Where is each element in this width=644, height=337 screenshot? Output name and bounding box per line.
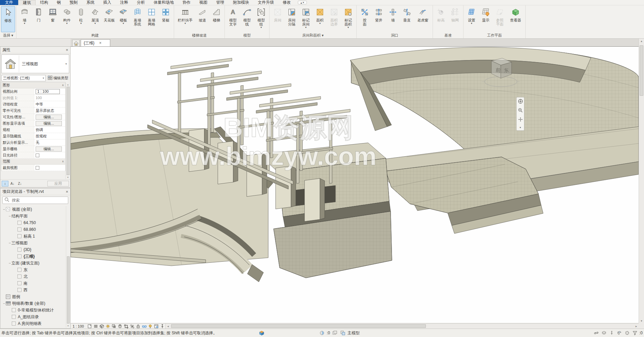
menu-tab-15[interactable]: 文件升级 <box>253 0 278 5</box>
ribbon-group-label[interactable]: 工作平面 <box>465 33 524 38</box>
steering-wheel-icon[interactable] <box>518 99 523 105</box>
area-button[interactable]: 面积▾ <box>313 6 327 32</box>
scroll-down-icon[interactable]: ▾ <box>68 324 69 328</box>
scrollbar-track[interactable] <box>170 324 634 329</box>
scroll-down-icon[interactable]: ▾ <box>67 175 69 179</box>
edit-button[interactable]: 编辑... <box>36 121 62 126</box>
collapse-icon[interactable]: ∧ <box>62 160 64 163</box>
roof-button[interactable]: 屋顶▾ <box>88 6 102 32</box>
tree-item[interactable]: 64.750 <box>0 219 66 226</box>
zoom-icon[interactable] <box>518 108 523 114</box>
window-button[interactable]: 窗 <box>46 6 60 32</box>
ribbon-group-label[interactable]: 选择 ▾ <box>1 33 15 38</box>
property-section-header[interactable]: 范围∧ <box>1 159 65 165</box>
tree-item[interactable]: 西 <box>0 287 66 293</box>
chevron-down-icon[interactable]: ▾ <box>65 62 69 66</box>
navigation-bar[interactable]: ▾ <box>516 97 524 131</box>
property-value[interactable]: 中等 <box>34 101 65 107</box>
scale-control[interactable]: 1 : 100 <box>71 324 87 328</box>
home-button[interactable] <box>72 40 80 46</box>
vertical-opening-button[interactable]: 垂直 <box>400 6 414 32</box>
tree-collapse-toggle[interactable]: − <box>2 301 6 305</box>
property-value[interactable]: 无 <box>34 139 65 145</box>
tag-room-button[interactable]: 1标记 房间▾ <box>299 6 313 32</box>
tree-item[interactable]: A_图纸目录 <box>0 313 66 320</box>
wall-opening-button[interactable]: 墙 <box>386 6 400 32</box>
tree-collapse-toggle[interactable]: − <box>8 241 11 245</box>
menu-tab-9[interactable]: 分析 <box>132 0 149 5</box>
menu-tab-2[interactable]: 建筑 <box>18 0 36 5</box>
menu-tab-8[interactable]: 注释 <box>116 0 132 5</box>
edit-button[interactable]: 编辑... <box>36 146 62 152</box>
tree-item[interactable]: −结构平面 <box>0 213 66 219</box>
edit-button[interactable]: 编辑... <box>36 115 62 120</box>
view-selector[interactable]: 三维视图: {三维} ▾ <box>1 75 46 81</box>
viewer-button[interactable]: 查看器 <box>507 6 524 32</box>
property-value[interactable]: 编辑... <box>34 114 65 120</box>
constraints-icon[interactable] <box>159 324 165 329</box>
railing-button[interactable]: 栏杆扶手▾ <box>175 6 195 32</box>
scroll-right-icon[interactable]: ▸ <box>634 325 639 328</box>
search-input[interactable] <box>11 198 66 203</box>
scroll-up-icon[interactable]: ▴ <box>641 39 642 43</box>
model-group-button[interactable]: 模型 组▾ <box>254 6 268 32</box>
property-value[interactable]: 100 <box>34 95 65 101</box>
vertical-scrollbar[interactable]: ▴ ▾ <box>639 39 644 323</box>
design-options-icon[interactable] <box>340 330 346 336</box>
floor-button[interactable]: 楼板▾ <box>116 6 130 32</box>
workplane-set-button[interactable]: 设置▾ <box>465 6 479 32</box>
ribbon-group-label[interactable]: 构建 <box>17 33 173 38</box>
sort-default-button[interactable]: ↕ <box>2 181 8 186</box>
menu-tab-6[interactable]: 系统 <box>82 0 99 5</box>
view-tab[interactable]: {三维} × <box>81 39 110 46</box>
property-value[interactable]: 按规程 <box>34 133 65 139</box>
tree-item[interactable]: 东 <box>0 266 66 273</box>
properties-scrollbar[interactable]: ▴ ▾ <box>66 83 70 179</box>
shadows-icon[interactable] <box>111 324 117 329</box>
ribbon-collapse-button[interactable]: ▴▾ <box>298 1 307 4</box>
chevron-down-icon[interactable]: ▾ <box>520 126 521 129</box>
tree-item[interactable]: 0-常规模型体积统计 <box>0 307 66 313</box>
scroll-down-icon[interactable]: ▾ <box>641 319 642 323</box>
tree-item[interactable]: {3D} <box>0 246 66 253</box>
property-value[interactable]: 编辑... <box>34 120 65 126</box>
drag-on-selection-icon[interactable] <box>625 330 630 336</box>
ribbon-group-label[interactable]: 楼梯坡道 <box>175 33 224 38</box>
apply-button[interactable]: 应用 <box>47 181 69 186</box>
sun-path-icon[interactable] <box>105 324 111 329</box>
column-button[interactable]: 柱▾ <box>74 6 88 32</box>
curtain-grid-button[interactable]: 幕墙 网格 <box>145 6 159 32</box>
menu-tab-11[interactable]: 协作 <box>178 0 195 5</box>
crop-view-icon[interactable] <box>123 324 129 329</box>
select-underlay-icon[interactable] <box>601 330 607 336</box>
collapse-icon[interactable]: ∧ <box>62 84 64 87</box>
menu-tab-10[interactable]: 体量和场地 <box>149 0 178 5</box>
lock-3d-icon[interactable] <box>135 324 141 329</box>
tree-item[interactable]: 图例 <box>0 293 66 300</box>
scrollbar-thumb[interactable] <box>640 45 643 96</box>
by-face-button[interactable]: 按 面 <box>358 6 372 32</box>
menu-tab-13[interactable]: 管理 <box>212 0 229 5</box>
ribbon-group-label[interactable]: 基准 <box>434 33 462 38</box>
pan-icon[interactable] <box>518 117 523 123</box>
paper-size-icon[interactable] <box>87 324 93 329</box>
type-selector[interactable]: 三维视图 ▾ <box>1 54 69 73</box>
temp-view-props-icon[interactable] <box>153 324 159 329</box>
wall-button[interactable]: 墙▾ <box>17 6 32 32</box>
door-button[interactable]: 门 <box>32 6 46 32</box>
detail-level-icon[interactable] <box>93 324 99 329</box>
ramp-button[interactable]: 坡道 <box>195 6 209 32</box>
worksharing-display-icon[interactable] <box>319 330 325 336</box>
tag-area-button[interactable]: 1标记 面积▾ <box>341 6 355 32</box>
property-value[interactable]: 1 : 100 <box>34 88 65 94</box>
shaft-button[interactable]: 竖井 <box>372 6 386 32</box>
menu-tab-4[interactable]: 钢 <box>52 0 65 5</box>
temp-hide-icon[interactable] <box>141 324 147 329</box>
tree-item[interactable]: 南 <box>0 280 66 287</box>
ribbon-group-label[interactable]: 房间和面积 ▾ <box>271 33 355 38</box>
scrollbar-thumb[interactable] <box>171 324 426 328</box>
tree-item[interactable]: 标高 1 <box>0 233 66 240</box>
tree-collapse-toggle[interactable]: − <box>2 207 6 211</box>
tree-item[interactable]: −立面 (建筑立面) <box>0 260 66 266</box>
close-icon[interactable]: × <box>66 47 68 52</box>
